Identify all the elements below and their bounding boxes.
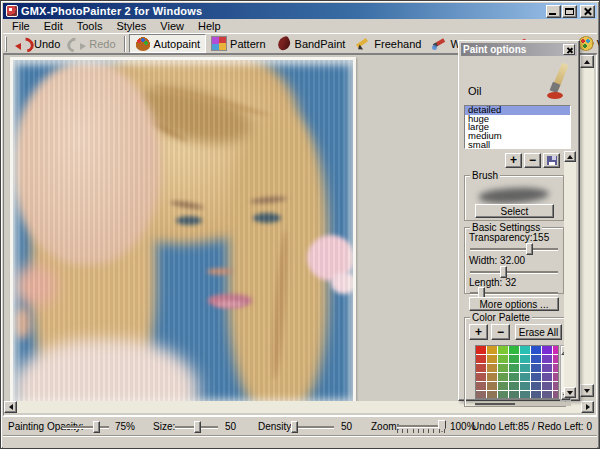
preset-remove-button[interactable]: − — [524, 153, 541, 168]
palette-color[interactable] — [553, 382, 559, 390]
palette-color[interactable] — [520, 355, 530, 363]
palette-color[interactable] — [542, 382, 552, 390]
panel-title-bar[interactable]: Paint options — [461, 43, 577, 56]
painting-cheek — [13, 265, 58, 307]
palette-color[interactable] — [531, 382, 541, 390]
palette-color[interactable] — [542, 346, 552, 354]
palette-color[interactable] — [531, 355, 541, 363]
palette-color[interactable] — [476, 364, 486, 372]
palette-color[interactable] — [520, 382, 530, 390]
pattern-button[interactable]: Pattern — [206, 34, 270, 53]
palette-color[interactable] — [509, 355, 519, 363]
palette-color[interactable] — [498, 382, 508, 390]
toolbar-grip[interactable] — [5, 36, 7, 52]
palette-color[interactable] — [531, 391, 541, 399]
size-thumb[interactable] — [194, 421, 201, 433]
panel-scrollbar[interactable] — [564, 151, 576, 398]
palette-color[interactable] — [520, 373, 530, 381]
freehand-button[interactable]: Freehand — [350, 34, 426, 53]
palette-color[interactable] — [487, 382, 497, 390]
preset-item-small[interactable]: small — [465, 141, 570, 149]
palette-add-button[interactable]: + — [469, 324, 488, 340]
scroll-up-button[interactable] — [580, 55, 594, 68]
palette-color[interactable] — [531, 364, 541, 372]
scroll-left-button[interactable] — [4, 401, 17, 413]
palette-color[interactable] — [553, 364, 559, 372]
palette-color[interactable] — [553, 373, 559, 381]
palette-color[interactable] — [498, 346, 508, 354]
length-slider-track[interactable] — [470, 292, 558, 294]
palette-color[interactable] — [487, 373, 497, 381]
menu-styles[interactable]: Styles — [109, 20, 153, 33]
width-slider-track[interactable] — [470, 271, 558, 273]
size-track[interactable] — [175, 426, 218, 428]
vertical-scrollbar[interactable] — [580, 55, 594, 397]
scroll-right-button[interactable] — [581, 401, 594, 413]
painting-hair-shape — [31, 120, 156, 403]
transparency-slider-thumb[interactable] — [526, 243, 533, 255]
zoom-track[interactable] — [397, 425, 445, 427]
more-options-button[interactable]: More options ... — [469, 297, 559, 311]
maximize-button[interactable] — [562, 5, 577, 18]
palette-color[interactable] — [476, 355, 486, 363]
palette-color[interactable] — [498, 364, 508, 372]
palette-color[interactable] — [476, 373, 486, 381]
palette-color[interactable] — [520, 364, 530, 372]
menu-help[interactable]: Help — [191, 20, 228, 33]
palette-color[interactable] — [487, 355, 497, 363]
density-thumb[interactable] — [291, 421, 298, 433]
palette-color[interactable] — [476, 382, 486, 390]
palette-color[interactable] — [520, 346, 530, 354]
palette-color[interactable] — [498, 391, 508, 399]
palette-color[interactable] — [542, 391, 552, 399]
palette-color[interactable] — [476, 346, 486, 354]
palette-color[interactable] — [509, 382, 519, 390]
palette-color[interactable] — [542, 373, 552, 381]
density-track[interactable] — [290, 426, 334, 428]
preset-add-button[interactable]: + — [505, 153, 522, 168]
erase-all-button[interactable]: Erase All — [515, 324, 562, 340]
palette-color[interactable] — [509, 364, 519, 372]
preset-save-button[interactable] — [543, 153, 560, 168]
panel-scroll-up[interactable] — [564, 151, 576, 162]
menu-file[interactable]: File — [5, 20, 37, 33]
palette-color[interactable] — [542, 364, 552, 372]
palette-color[interactable] — [509, 346, 519, 354]
palette-color[interactable] — [553, 346, 559, 354]
menu-tools[interactable]: Tools — [70, 20, 110, 33]
toolbar-separator — [124, 36, 126, 52]
panel-scroll-down[interactable] — [564, 387, 576, 398]
canvas-paper[interactable] — [10, 57, 356, 406]
brush-select-button[interactable]: Select — [475, 204, 554, 218]
palette-color[interactable] — [553, 355, 559, 363]
transparency-slider-track[interactable] — [470, 248, 558, 250]
redo-button[interactable]: Redo — [65, 34, 120, 53]
palette-color[interactable] — [531, 373, 541, 381]
bandpaint-button[interactable]: BandPaint — [271, 34, 351, 53]
scroll-down-button[interactable] — [580, 384, 594, 397]
palette-color[interactable] — [509, 391, 519, 399]
menu-view[interactable]: View — [153, 20, 191, 33]
palette-color[interactable] — [509, 373, 519, 381]
palette-color[interactable] — [487, 391, 497, 399]
palette-color[interactable] — [498, 355, 508, 363]
painting-opacity-track[interactable] — [63, 426, 109, 428]
palette-color[interactable] — [487, 346, 497, 354]
autopaint-button[interactable]: Autopaint — [129, 34, 206, 53]
panel-close-button[interactable] — [563, 44, 575, 55]
palette-color[interactable] — [531, 346, 541, 354]
minimize-button[interactable] — [546, 5, 561, 18]
palette-color[interactable] — [553, 391, 559, 399]
menu-edit[interactable]: Edit — [37, 20, 70, 33]
close-button[interactable] — [580, 5, 595, 18]
palette-remove-button[interactable]: − — [491, 324, 510, 340]
palette-hscroll[interactable] — [475, 402, 571, 406]
palette-color[interactable] — [487, 364, 497, 372]
painting-opacity-thumb[interactable] — [93, 421, 100, 433]
painting-lips — [208, 294, 252, 308]
palette-color[interactable] — [520, 391, 530, 399]
undo-button[interactable]: Undo — [10, 34, 65, 53]
palette-color[interactable] — [542, 355, 552, 363]
palette-color[interactable] — [476, 391, 486, 399]
palette-color[interactable] — [498, 373, 508, 381]
